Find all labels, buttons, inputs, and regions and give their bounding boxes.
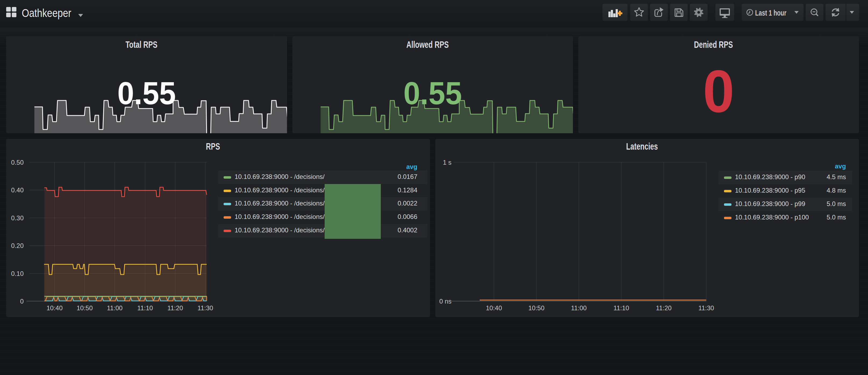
svg-text:0.50: 0.50 xyxy=(11,159,24,166)
svg-text:0.20: 0.20 xyxy=(11,242,24,249)
svg-text:10:50: 10:50 xyxy=(76,304,93,312)
svg-text:0: 0 xyxy=(20,298,24,305)
svg-text:10:40: 10:40 xyxy=(46,304,63,312)
svg-text:11:30: 11:30 xyxy=(197,304,213,312)
svg-text:11:00: 11:00 xyxy=(571,304,587,312)
svg-text:10:50: 10:50 xyxy=(528,304,545,312)
svg-text:11:00: 11:00 xyxy=(107,304,123,312)
svg-text:11:10: 11:10 xyxy=(137,304,153,312)
svg-text:11:10: 11:10 xyxy=(614,304,629,312)
svg-text:0.10: 0.10 xyxy=(11,270,24,277)
svg-text:11:30: 11:30 xyxy=(699,304,714,312)
svg-text:11:20: 11:20 xyxy=(656,304,672,312)
svg-text:0 ns: 0 ns xyxy=(439,298,452,305)
svg-text:10:40: 10:40 xyxy=(486,304,502,312)
svg-text:0.40: 0.40 xyxy=(11,186,24,194)
svg-text:11:20: 11:20 xyxy=(167,304,183,312)
svg-text:0.30: 0.30 xyxy=(11,214,24,222)
svg-text:1 s: 1 s xyxy=(443,159,452,166)
